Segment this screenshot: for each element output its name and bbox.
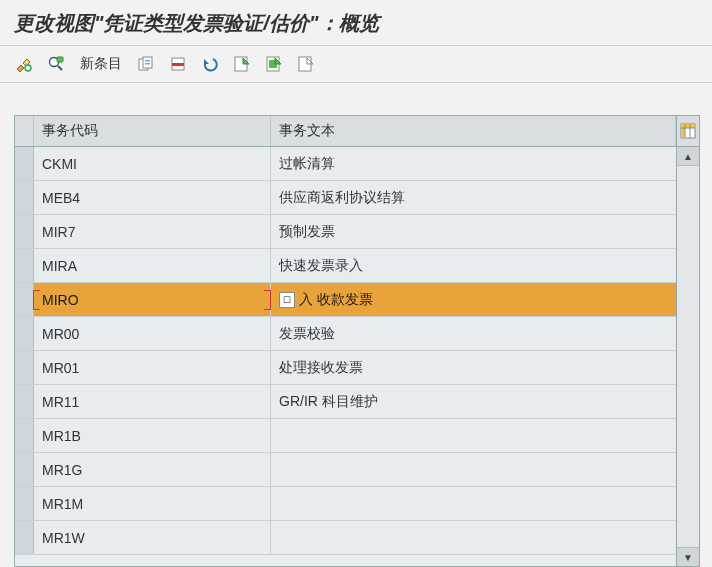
column-header-text[interactable]: 事务文本: [271, 116, 676, 146]
table-row[interactable]: MR00发票校验: [15, 317, 676, 351]
toolbar: 新条目: [0, 46, 712, 82]
copy-as-icon[interactable]: [136, 54, 156, 74]
deselect-all-icon[interactable]: [296, 54, 316, 74]
cell-text[interactable]: [271, 453, 676, 486]
toggle-display-change-icon[interactable]: [14, 54, 34, 74]
svg-rect-9: [172, 63, 184, 66]
data-grid: 事务代码 事务文本 CKMI过帐清算MEB4供应商返利协议结算MIR7预制发票M…: [15, 116, 676, 566]
cell-text-value: 入 收款发票: [299, 291, 373, 309]
cell-code[interactable]: MR1W: [34, 521, 271, 554]
table-body: CKMI过帐清算MEB4供应商返利协议结算MIR7预制发票MIRA快速发票录入M…: [15, 147, 676, 566]
undo-icon[interactable]: [200, 54, 220, 74]
cell-code[interactable]: MR01: [34, 351, 271, 384]
select-all-icon[interactable]: [232, 54, 252, 74]
table-container: 事务代码 事务文本 CKMI过帐清算MEB4供应商返利协议结算MIR7预制发票M…: [14, 115, 700, 567]
cell-text-value: 快速发票录入: [279, 257, 363, 275]
svg-rect-6: [145, 60, 150, 62]
table-row[interactable]: MR1G: [15, 453, 676, 487]
table-header: 事务代码 事务文本: [15, 116, 676, 147]
table-row[interactable]: MR1B: [15, 419, 676, 453]
divider: [0, 82, 712, 83]
new-entry-button[interactable]: 新条目: [78, 55, 124, 73]
table-row[interactable]: CKMI过帐清算: [15, 147, 676, 181]
svg-line-2: [58, 66, 62, 70]
row-selector[interactable]: [15, 521, 34, 554]
scroll-down-icon[interactable]: ▼: [677, 547, 699, 566]
table-row[interactable]: MIRA快速发票录入: [15, 249, 676, 283]
row-selector[interactable]: [15, 283, 34, 316]
table-row[interactable]: MR1M: [15, 487, 676, 521]
cell-code[interactable]: MR1G: [34, 453, 271, 486]
cell-text[interactable]: 发票校验: [271, 317, 676, 350]
row-selector-header[interactable]: [15, 116, 34, 146]
row-selector[interactable]: [15, 215, 34, 248]
table-row[interactable]: MR01处理接收发票: [15, 351, 676, 385]
row-selector[interactable]: [15, 351, 34, 384]
table-row[interactable]: MEB4供应商返利协议结算: [15, 181, 676, 215]
cell-text[interactable]: 供应商返利协议结算: [271, 181, 676, 214]
table-row[interactable]: MIR7预制发票: [15, 215, 676, 249]
vertical-scrollbar[interactable]: ▲ ▼: [677, 147, 699, 566]
svg-rect-7: [145, 63, 150, 65]
cell-code[interactable]: MR1M: [34, 487, 271, 520]
row-selector[interactable]: [15, 181, 34, 214]
row-selector[interactable]: [15, 385, 34, 418]
cell-text-value: 供应商返利协议结算: [279, 189, 405, 207]
cell-text[interactable]: 快速发票录入: [271, 249, 676, 282]
cell-text-value: 处理接收发票: [279, 359, 363, 377]
cell-text[interactable]: 处理接收发票: [271, 351, 676, 384]
svg-rect-5: [143, 57, 152, 68]
cell-code[interactable]: MIRA: [34, 249, 271, 282]
cell-code[interactable]: MR1B: [34, 419, 271, 452]
cell-text-value: 发票校验: [279, 325, 335, 343]
row-selector[interactable]: [15, 419, 34, 452]
cell-code[interactable]: MR00: [34, 317, 271, 350]
table-row[interactable]: MIRO☐入 收款发票: [15, 283, 676, 317]
cell-code[interactable]: MR11: [34, 385, 271, 418]
table-row[interactable]: MR1W: [15, 521, 676, 555]
cell-text[interactable]: 预制发票: [271, 215, 676, 248]
row-selector[interactable]: [15, 317, 34, 350]
cell-text[interactable]: GR/IR 科目维护: [271, 385, 676, 418]
svg-point-0: [25, 65, 31, 71]
svg-rect-3: [57, 57, 63, 62]
sap-window: 更改视图"凭证类型发票验证/估价"：概览 新条目: [0, 0, 712, 567]
cell-code[interactable]: CKMI: [34, 147, 271, 180]
cell-text-value: 过帐清算: [279, 155, 335, 173]
row-selector[interactable]: [15, 249, 34, 282]
svg-rect-16: [681, 124, 685, 138]
row-selector[interactable]: [15, 147, 34, 180]
cell-text-value: GR/IR 科目维护: [279, 393, 378, 411]
cell-code[interactable]: MIRO: [34, 283, 271, 316]
value-help-icon[interactable]: ☐: [279, 292, 295, 308]
cell-text[interactable]: 过帐清算: [271, 147, 676, 180]
right-gutter: ▲ ▼: [676, 116, 699, 566]
cell-code[interactable]: MEB4: [34, 181, 271, 214]
select-block-icon[interactable]: [264, 54, 284, 74]
row-selector[interactable]: [15, 487, 34, 520]
cell-text[interactable]: ☐入 收款发票: [271, 283, 676, 316]
column-header-code[interactable]: 事务代码: [34, 116, 271, 146]
find-icon[interactable]: [46, 54, 66, 74]
cell-text[interactable]: [271, 521, 676, 554]
table-row[interactable]: MR11GR/IR 科目维护: [15, 385, 676, 419]
cell-text-value: 预制发票: [279, 223, 335, 241]
page-title: 更改视图"凭证类型发票验证/估价"：概览: [0, 0, 712, 45]
delete-icon[interactable]: [168, 54, 188, 74]
cell-text[interactable]: [271, 487, 676, 520]
cell-text[interactable]: [271, 419, 676, 452]
configure-columns-icon[interactable]: [677, 116, 699, 147]
scroll-up-icon[interactable]: ▲: [677, 147, 699, 166]
row-selector[interactable]: [15, 453, 34, 486]
cell-code[interactable]: MIR7: [34, 215, 271, 248]
